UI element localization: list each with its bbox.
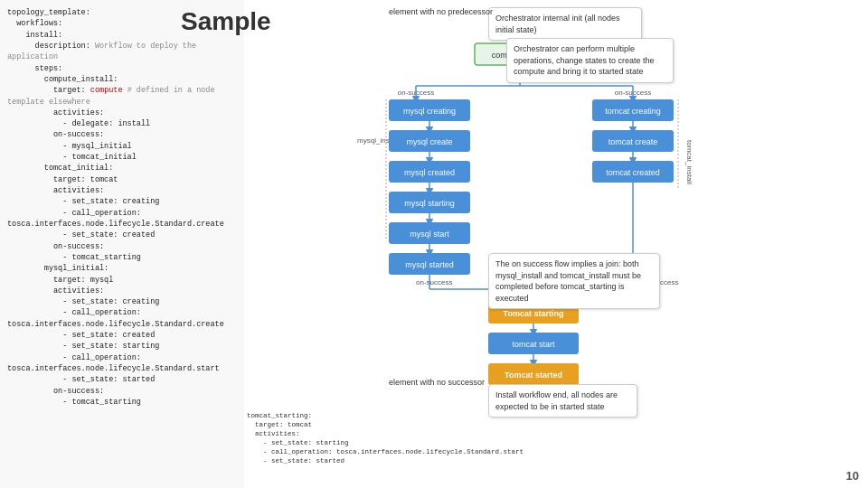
code-line: - set_state: created (7, 230, 237, 240)
code-line: description: Workflow to deploy the appl… (7, 41, 237, 63)
tomcat-created-label: tomcat created (606, 168, 660, 177)
mysql-create-label: mysql create (406, 137, 452, 146)
orchestrator-can-callout: Orchestrator can perform multiple operat… (506, 38, 674, 83)
code-line: activities: (7, 185, 237, 196)
bottom-code-6: - set_state: started (247, 457, 344, 465)
page-number: 10 (846, 469, 859, 483)
code-line: - tomcat_starting (7, 397, 237, 408)
code-line: - set_state: created (7, 330, 237, 341)
code-line: - set_state: creating (7, 296, 237, 307)
code-line: - delegate: install (7, 118, 237, 129)
tomcat-start-label: tomcat start (512, 340, 555, 349)
code-line: - set_state: creating (7, 196, 237, 207)
mysql-started-label: mysql started (405, 260, 454, 269)
tomcat-starting-node-label: Tomcat starting (504, 309, 564, 318)
bottom-code-2: target: tomcat (247, 421, 312, 428)
code-line: tomcat_initial: (7, 163, 237, 174)
mysql-starting-label: mysql starting (404, 199, 455, 208)
no-predecessor-callout: element with no predecessor (389, 7, 493, 16)
bottom-code-4: - set_state: starting (247, 439, 349, 446)
code-line: - call_operation: tosca.interfaces.node.… (7, 208, 237, 230)
code-line: mysql_initial: (7, 263, 237, 274)
on-success-merge-label: on-success (416, 278, 452, 286)
bottom-code-3: activities: (247, 430, 300, 437)
code-line: - mysql_initial (7, 141, 237, 152)
tomcat-started-label: Tomcat started (505, 371, 562, 380)
mysql-created-label: mysql created (404, 168, 455, 177)
code-line: activities: (7, 108, 237, 118)
code-line: - tomcat_initial (7, 152, 237, 163)
tomcat-install-label: tomcat_install (685, 140, 693, 184)
code-line: compute_install: (7, 74, 237, 85)
code-line: target: compute # defined in a node temp… (7, 85, 237, 108)
code-line: - tomcat_starting (7, 252, 237, 263)
code-line: - set_state: started (7, 374, 237, 385)
install-workflow-end-callout: Install workflow end, all nodes are expe… (488, 384, 637, 418)
mysql-start-label: mysql start (410, 230, 449, 239)
code-line: activities: (7, 286, 237, 296)
bottom-code-5: - call_operation: tosca.interfaces.node.… (247, 448, 524, 455)
bottom-code-1: tomcat_starting: (247, 412, 312, 419)
code-line: - call_operation: tosca.interfaces.node.… (7, 307, 237, 330)
code-line: on-success: (7, 129, 237, 140)
tomcat-creating-label: tomcat creating (605, 107, 661, 116)
mysql-creating-label: mysql creating (403, 107, 456, 116)
code-panel: topology_template: workflows: install: d… (0, 0, 244, 488)
code-line: target: tomcat (7, 174, 237, 185)
no-successor-callout: element with no successor (389, 378, 485, 387)
code-line: steps: (7, 63, 237, 74)
orchestrator-init-callout: Orchestrator internal init (all nodes in… (488, 7, 642, 41)
code-line: on-success: (7, 386, 237, 397)
tomcat-create-label: tomcat create (609, 137, 658, 146)
code-line: on-success: (7, 241, 237, 252)
code-line: - call_operation: tosca.interfaces.node.… (7, 352, 237, 375)
code-line: target: mysql (7, 275, 237, 286)
on-success-flow-callout: The on success flow implies a join: both… (488, 253, 660, 309)
code-line: - set_state: starting (7, 341, 237, 352)
